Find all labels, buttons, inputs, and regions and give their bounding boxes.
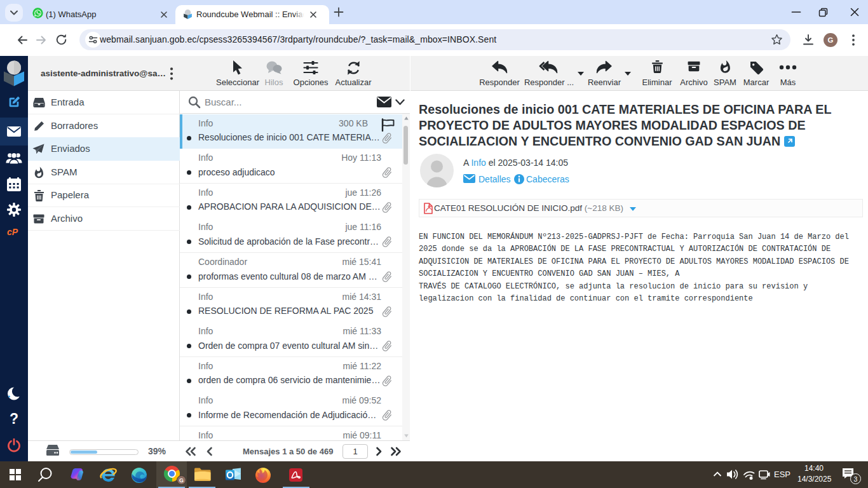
- svg-text:cP: cP: [7, 227, 18, 236]
